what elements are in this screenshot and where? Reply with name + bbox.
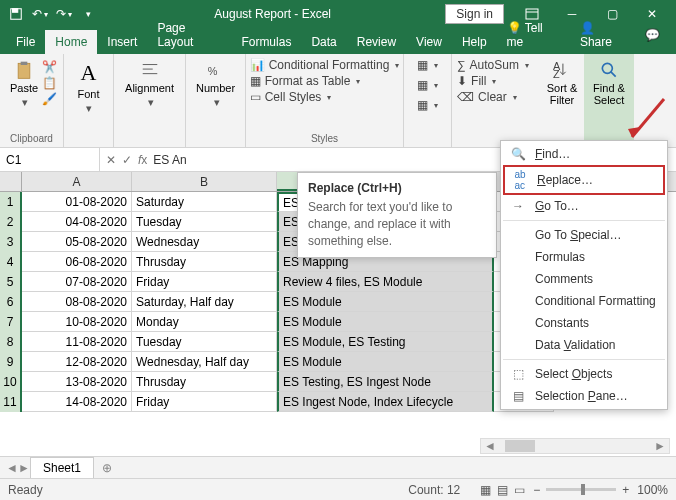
tab-help[interactable]: Help: [452, 30, 497, 54]
menu-item[interactable]: Conditional Formatting: [501, 290, 667, 312]
zoom-in-icon[interactable]: +: [622, 483, 629, 497]
sheet-nav-next-icon[interactable]: ►: [18, 461, 30, 475]
comments-icon[interactable]: 💬: [635, 23, 670, 47]
col-header[interactable]: A: [22, 172, 132, 191]
tab-data[interactable]: Data: [301, 30, 346, 54]
menu-item[interactable]: Constants: [501, 312, 667, 334]
row-header[interactable]: 4: [0, 252, 22, 272]
cell[interactable]: 05-08-2020: [22, 232, 132, 252]
paste-button[interactable]: Paste▾: [6, 58, 42, 111]
clear-button[interactable]: ⌫ Clear▾: [457, 90, 529, 104]
view-pagebreak-icon[interactable]: ▭: [514, 483, 525, 497]
tab-file[interactable]: File: [6, 30, 45, 54]
save-icon[interactable]: [4, 2, 28, 26]
zoom-out-icon[interactable]: −: [533, 483, 540, 497]
delete-cells-icon[interactable]: ▦▾: [417, 78, 438, 92]
sheet-nav-prev-icon[interactable]: ◄: [6, 461, 18, 475]
cut-icon[interactable]: ✂️: [42, 60, 57, 74]
row-header[interactable]: 5: [0, 272, 22, 292]
formula-input[interactable]: ES An: [153, 153, 186, 167]
row-header[interactable]: 9: [0, 352, 22, 372]
tab-pagelayout[interactable]: Page Layout: [147, 16, 231, 54]
cell[interactable]: 13-08-2020: [22, 372, 132, 392]
cell[interactable]: Wednesday, Half day: [132, 352, 277, 372]
format-cells-icon[interactable]: ▦▾: [417, 98, 438, 112]
conditional-formatting-button[interactable]: 📊 Conditional Formatting▾: [250, 58, 400, 72]
cell[interactable]: Thrusday: [132, 252, 277, 272]
font-button[interactable]: AFont▾: [73, 58, 103, 117]
cell[interactable]: 12-08-2020: [22, 352, 132, 372]
menu-item[interactable]: Formulas: [501, 246, 667, 268]
share-button[interactable]: 👤 Share: [570, 16, 635, 54]
menu-item[interactable]: ▤Selection Pane…: [501, 385, 667, 407]
cell[interactable]: ES Ingest Node, Index Lifecycle: [277, 392, 494, 412]
tab-home[interactable]: Home: [45, 30, 97, 54]
cell[interactable]: Review 4 files, ES Module: [277, 272, 494, 292]
row-header[interactable]: 8: [0, 332, 22, 352]
col-header[interactable]: B: [132, 172, 277, 191]
horizontal-scrollbar[interactable]: ◄►: [480, 438, 670, 454]
row-header[interactable]: 1: [0, 192, 22, 212]
fx-icon[interactable]: fx: [138, 153, 147, 167]
format-as-table-button[interactable]: ▦ Format as Table▾: [250, 74, 400, 88]
cell[interactable]: Tuesday: [132, 332, 277, 352]
format-painter-icon[interactable]: 🖌️: [42, 92, 57, 106]
cell[interactable]: Friday: [132, 272, 277, 292]
cell[interactable]: 04-08-2020: [22, 212, 132, 232]
cell[interactable]: ES Module: [277, 312, 494, 332]
row-header[interactable]: 10: [0, 372, 22, 392]
cell[interactable]: Friday: [132, 392, 277, 412]
view-normal-icon[interactable]: ▦: [480, 483, 491, 497]
cell[interactable]: ES Module: [277, 292, 494, 312]
tab-insert[interactable]: Insert: [97, 30, 147, 54]
cell[interactable]: Tuesday: [132, 212, 277, 232]
cancel-formula-icon[interactable]: ✕: [106, 153, 116, 167]
tab-review[interactable]: Review: [347, 30, 406, 54]
menu-item[interactable]: abacReplace…: [503, 165, 665, 195]
alignment-button[interactable]: Alignment▾: [121, 58, 178, 111]
cell[interactable]: ES Module: [277, 352, 494, 372]
autosum-button[interactable]: ∑ AutoSum▾: [457, 58, 529, 72]
cell[interactable]: 11-08-2020: [22, 332, 132, 352]
view-layout-icon[interactable]: ▤: [497, 483, 508, 497]
qat-customize-icon[interactable]: ▾: [76, 2, 100, 26]
cell[interactable]: 06-08-2020: [22, 252, 132, 272]
menu-item[interactable]: Go To Special…: [501, 224, 667, 246]
cell[interactable]: Thrusday: [132, 372, 277, 392]
cell[interactable]: 14-08-2020: [22, 392, 132, 412]
number-button[interactable]: %Number▾: [192, 58, 239, 111]
cell[interactable]: Saturday: [132, 192, 277, 212]
fill-button[interactable]: ⬇ Fill▾: [457, 74, 529, 88]
cell[interactable]: Wednesday: [132, 232, 277, 252]
tab-view[interactable]: View: [406, 30, 452, 54]
cell[interactable]: 07-08-2020: [22, 272, 132, 292]
name-box[interactable]: C1: [0, 148, 100, 171]
redo-icon[interactable]: ↷▾: [52, 2, 76, 26]
row-header[interactable]: 11: [0, 392, 22, 412]
cell[interactable]: 01-08-2020: [22, 192, 132, 212]
cell[interactable]: ES Testing, ES Ingest Node: [277, 372, 494, 392]
row-header[interactable]: 7: [0, 312, 22, 332]
sheet-tab[interactable]: Sheet1: [30, 457, 94, 478]
zoom-level[interactable]: 100%: [637, 483, 668, 497]
cell-styles-button[interactable]: ▭ Cell Styles▾: [250, 90, 400, 104]
undo-icon[interactable]: ↶▾: [28, 2, 52, 26]
sign-in-button[interactable]: Sign in: [445, 4, 504, 24]
row-header[interactable]: 3: [0, 232, 22, 252]
sort-filter-button[interactable]: AZSort & Filter: [543, 58, 582, 108]
copy-icon[interactable]: 📋: [42, 76, 57, 90]
new-sheet-icon[interactable]: ⊕: [94, 458, 120, 478]
menu-item[interactable]: ⬚Select Objects: [501, 363, 667, 385]
zoom-slider[interactable]: [546, 488, 616, 491]
cell[interactable]: ES Module, ES Testing: [277, 332, 494, 352]
find-select-button[interactable]: Find & Select: [589, 58, 629, 108]
menu-item[interactable]: Comments: [501, 268, 667, 290]
menu-item[interactable]: →Go To…: [501, 195, 667, 217]
row-header[interactable]: 2: [0, 212, 22, 232]
cell[interactable]: Monday: [132, 312, 277, 332]
enter-formula-icon[interactable]: ✓: [122, 153, 132, 167]
insert-cells-icon[interactable]: ▦▾: [417, 58, 438, 72]
tab-formulas[interactable]: Formulas: [231, 30, 301, 54]
tell-me[interactable]: 💡 Tell me: [497, 16, 570, 54]
menu-item[interactable]: Data Validation: [501, 334, 667, 356]
